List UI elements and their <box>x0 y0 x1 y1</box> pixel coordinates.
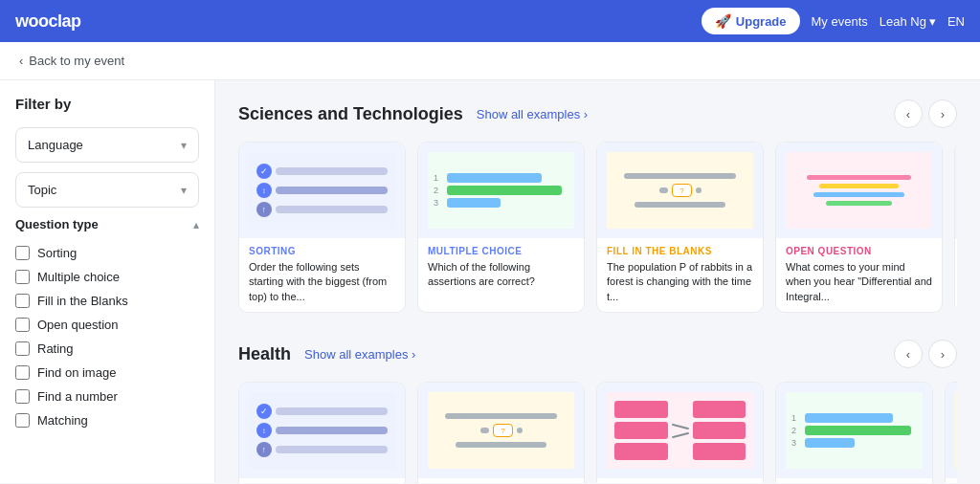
chevron-down-icon: ▾ <box>181 139 187 152</box>
question-card[interactable]: ? FILL IN THE BLANKS Complete the senten… <box>417 382 585 483</box>
checkbox-label: Multiple choice <box>37 270 120 284</box>
language-selector[interactable]: EN <box>947 14 965 29</box>
question-card[interactable]: MATCHING Associate the muscle or muscle … <box>596 382 764 483</box>
checkbox-label: Sorting <box>37 246 77 260</box>
card-preview: ★ <box>946 383 957 478</box>
checkbox-label: Matching <box>37 413 88 428</box>
card-description: The population P of rabbits in a forest … <box>607 260 753 304</box>
checkbox-label: Find on image <box>37 365 116 380</box>
my-events-link[interactable]: My events <box>812 14 868 29</box>
card-body: FILL IN THE BLANKS The population P of r… <box>597 238 763 312</box>
card-preview: ✓ ↕ ↑ <box>239 143 405 238</box>
question-card[interactable]: 1 2 3 MULTIPLE CHOICE Which of the follo… <box>417 142 585 313</box>
checkbox-label: Open question <box>37 318 119 332</box>
question-type-section: Question type ▴ Sorting Multiple choice … <box>15 217 199 432</box>
language-label: Language <box>28 138 83 152</box>
card-type-label: FILL IN THE BLANKS <box>607 246 753 256</box>
question-card[interactable]: ★ RATING Note fr... Fully u... <box>954 142 957 313</box>
content-section: Health Show all examples › ‹ › ✓ ↕ ↑ <box>238 340 957 483</box>
card-body: RATING Label t... differe... <box>946 478 957 483</box>
checkbox-input[interactable] <box>15 413 30 428</box>
card-body: FILL IN THE BLANKS Complete the sentence… <box>418 478 584 483</box>
card-preview: ? <box>597 143 763 238</box>
question-type-header: Question type ▴ <box>15 217 199 231</box>
card-body: OPEN QUESTION What comes to your mind wh… <box>776 238 942 312</box>
checkbox-item[interactable]: Find on image <box>15 361 199 385</box>
logo: wooclap <box>15 11 81 32</box>
rocket-icon: 🚀 <box>715 13 731 29</box>
show-all-link[interactable]: Show all examples › <box>477 107 588 121</box>
card-body: RATING Note fr... Fully u... <box>955 238 957 282</box>
upgrade-button[interactable]: 🚀 Upgrade <box>702 8 800 34</box>
prev-button[interactable]: ‹ <box>894 340 923 368</box>
checkbox-item[interactable]: Sorting <box>15 241 199 265</box>
checkbox-input[interactable] <box>15 389 30 404</box>
prev-button[interactable]: ‹ <box>894 99 923 128</box>
card-preview <box>776 143 942 238</box>
card-description: Which of the following assertions are co… <box>428 260 574 290</box>
checkbox-label: Fill in the Blanks <box>37 294 128 308</box>
chevron-down-icon: ▾ <box>181 184 187 197</box>
question-card[interactable]: ✓ ↕ ↑ SORTING What are the stages of oss… <box>238 382 406 483</box>
content-section: Sciences and Technologies Show all examp… <box>238 99 957 313</box>
chevron-left-icon: ‹ <box>19 54 23 68</box>
user-menu[interactable]: Leah Ng ▾ <box>880 14 936 29</box>
section-title: Sciences and Technologies <box>238 104 463 124</box>
card-preview: 1 2 3 <box>776 383 932 478</box>
sidebar: Filter by Language ▾ Topic ▾ Question ty… <box>0 80 215 483</box>
chevron-down-icon: ▾ <box>929 14 936 29</box>
card-type-label: MULTIPLE CHOICE <box>428 246 574 256</box>
section-nav: ‹ › <box>894 99 957 128</box>
checkbox-input[interactable] <box>15 341 30 356</box>
question-card[interactable]: ★ RATING Label t... differe... <box>945 382 957 483</box>
card-type-label: OPEN QUESTION <box>786 246 932 256</box>
show-all-link[interactable]: Show all examples › <box>304 347 415 362</box>
checkbox-input[interactable] <box>15 270 30 284</box>
checkbox-item[interactable]: Open question <box>15 313 199 337</box>
checkbox-item[interactable]: Rating <box>15 337 199 361</box>
section-header: Sciences and Technologies Show all examp… <box>238 99 957 128</box>
checkbox-label: Find a number <box>37 389 118 404</box>
next-button[interactable]: › <box>928 99 957 128</box>
checkbox-item[interactable]: Find a number <box>15 385 199 408</box>
back-button[interactable]: ‹ Back to my event <box>19 54 124 68</box>
checkbox-item[interactable]: Multiple choice <box>15 265 199 289</box>
card-preview: ? <box>418 383 584 478</box>
card-preview: ✓ ↕ ↑ <box>239 383 405 478</box>
card-preview: 1 2 3 <box>418 143 584 238</box>
checkbox-input[interactable] <box>15 294 30 308</box>
content-area: Sciences and Technologies Show all examp… <box>215 80 980 483</box>
card-description: What comes to your mind when you hear "D… <box>786 260 932 304</box>
filter-title: Filter by <box>15 96 199 112</box>
main-layout: Filter by Language ▾ Topic ▾ Question ty… <box>0 80 980 483</box>
cards-row: ✓ ↕ ↑ SORTING Order the following sets s… <box>238 142 957 313</box>
question-type-title: Question type <box>15 217 99 231</box>
card-type-label: SORTING <box>249 246 395 256</box>
chevron-up-icon[interactable]: ▴ <box>193 218 199 231</box>
sections-container: Sciences and Technologies Show all examp… <box>238 99 957 483</box>
section-nav: ‹ › <box>894 340 957 368</box>
card-body: MULTIPLE CHOICE What is syndesmosis? <box>776 478 932 483</box>
question-card[interactable]: OPEN QUESTION What comes to your mind wh… <box>775 142 943 313</box>
section-header: Health Show all examples › ‹ › <box>238 340 957 368</box>
checkbox-label: Rating <box>37 341 74 356</box>
checkbox-input[interactable] <box>15 365 30 380</box>
card-preview <box>597 383 763 478</box>
question-card[interactable]: ? FILL IN THE BLANKS The population P of… <box>596 142 764 313</box>
topic-filter[interactable]: Topic ▾ <box>15 172 199 208</box>
checkbox-item[interactable]: Fill in the Blanks <box>15 289 199 313</box>
checkbox-item[interactable]: Matching <box>15 408 199 432</box>
card-body: SORTING What are the stages of ossificat… <box>239 478 405 483</box>
card-body: SORTING Order the following sets startin… <box>239 238 405 312</box>
header: wooclap 🚀 Upgrade My events Leah Ng ▾ EN <box>0 0 980 42</box>
question-card[interactable]: ✓ ↕ ↑ SORTING Order the following sets s… <box>238 142 406 313</box>
question-card[interactable]: 1 2 3 MULTIPLE CHOICE What is syndesmosi… <box>775 382 933 483</box>
card-body: MULTIPLE CHOICE Which of the following a… <box>418 238 584 297</box>
topic-label: Topic <box>28 183 56 197</box>
language-filter[interactable]: Language ▾ <box>15 127 199 163</box>
cards-row: ✓ ↕ ↑ SORTING What are the stages of oss… <box>238 382 957 483</box>
checkbox-input[interactable] <box>15 246 30 260</box>
next-button[interactable]: › <box>928 340 957 368</box>
checkbox-input[interactable] <box>15 318 30 332</box>
checkbox-list: Sorting Multiple choice Fill in the Blan… <box>15 241 199 432</box>
